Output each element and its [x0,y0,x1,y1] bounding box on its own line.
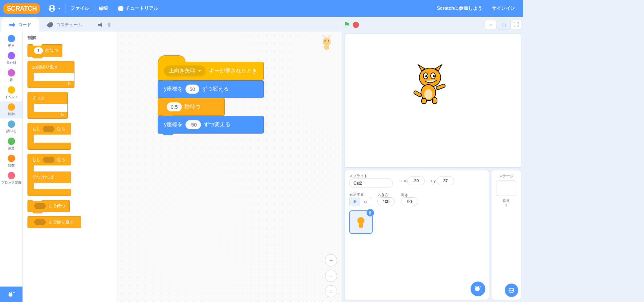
sprite-thumbnail[interactable]: 🗑 [349,210,373,234]
sprite-name-input[interactable] [349,179,393,188]
extension-icon: + [8,291,15,298]
add-sprite-button[interactable]: + [471,282,485,296]
value-input[interactable]: -50 [185,120,201,129]
svg-rect-15 [422,98,426,104]
size-input[interactable] [377,197,395,206]
sprite-on-stage[interactable] [412,64,448,104]
category-演算[interactable]: 演算 [0,136,22,153]
x-input[interactable] [407,177,425,185]
edit-menu[interactable]: 編集 [94,0,113,17]
script-stack[interactable]: 上向き矢印 キーが押されたとき y座標を50ずつ変える 0.5秒待つ y座標を-… [158,62,264,134]
small-stage-button[interactable]: ▫ [485,20,496,30]
sprite-name-label: スプライト [349,174,368,178]
left-pane: 動き見た目音イベント制御調べる演算変数ブロック定義 + 制御 1秒待つ 10回繰… [0,32,342,302]
category-音[interactable]: 音 [0,67,22,84]
tab-costumes[interactable]: コスチューム [39,18,90,32]
delete-sprite-button[interactable]: 🗑 [367,209,374,216]
loop-arrow-icon: ↻ [61,112,64,117]
hex-slot[interactable] [43,126,55,132]
language-menu[interactable] [44,0,65,17]
block-when-key-pressed[interactable]: 上向き矢印 キーが押されたとき [158,62,264,80]
main: 動き見た目音イベント制御調べる演算変数ブロック定義 + 制御 1秒待つ 10回繰… [0,32,523,302]
visibility-toggle: 👁 ⊘ [349,197,371,206]
svg-point-12 [433,75,435,77]
tutorials-button[interactable]: チュートリアル [113,0,163,17]
category-dot [8,52,15,59]
category-dot [8,172,15,179]
hide-button[interactable]: ⊘ [360,197,371,206]
block-forever[interactable]: ずっと↻ [28,92,68,119]
sprite-info: スプライト ↔ x ↕ y 表示する 👁 ⊘ 大きさ 向き [344,170,489,300]
key-dropdown[interactable]: 上向き矢印 [164,65,206,77]
zoom-reset-button[interactable]: ＝ [325,285,337,297]
category-イベント[interactable]: イベント [0,84,22,101]
brush-icon [47,21,54,29]
value-input[interactable]: 0.5 [167,102,182,111]
svg-point-21 [475,287,480,291]
svg-point-4 [323,38,331,46]
chevron-down-icon [198,70,201,72]
block-palette: 制御 1秒待つ 10回繰り返す↻ ずっと↻ もしなら もしならでなければ まで待… [23,32,117,302]
svg-rect-23 [509,288,514,292]
zoom-in-button[interactable]: ＋ [325,254,337,266]
large-stage-button[interactable]: ◻ [498,20,509,30]
category-dot [8,103,15,111]
file-menu[interactable]: ファイル [66,0,94,17]
svg-rect-1 [9,292,10,294]
block-wait[interactable]: 1秒待つ [28,44,62,57]
join-button[interactable]: Scratchに参加しよう [432,0,487,17]
hex-slot[interactable] [43,157,55,163]
green-flag-button[interactable]: ⚑ [343,20,350,29]
sprite-panel: スプライト ↔ x ↕ y 表示する 👁 ⊘ 大きさ 向き [344,170,521,300]
stage-thumbnail[interactable] [496,181,516,196]
stop-button[interactable] [353,22,359,28]
category-変数[interactable]: 変数 [0,153,22,170]
workspace[interactable]: 上向き矢印 キーが押されたとき y座標を50ずつ変える 0.5秒待つ y座標を-… [117,32,342,302]
show-label: 表示する [349,192,364,196]
block-wait-until[interactable]: まで待つ [28,200,70,212]
zoom-out-button[interactable]: － [325,270,337,282]
bulb-icon [118,6,123,11]
category-見た目[interactable]: 見た目 [0,50,22,67]
tab-code[interactable]: コード [1,18,39,32]
category-dot [8,120,15,128]
add-backdrop-button[interactable] [505,284,518,297]
block-change-y[interactable]: y座標を50ずつ変える [158,80,264,98]
block-wait-seconds[interactable]: 0.5秒待つ [158,98,225,116]
category-label: 音 [0,78,22,82]
block-repeat-until[interactable]: まで繰り返す [28,216,81,228]
svg-point-5 [324,40,326,42]
scratch-logo[interactable]: SCRATCH [3,3,40,14]
svg-rect-0 [8,293,12,296]
category-label: 制御 [0,112,22,116]
category-ブロック定義[interactable]: ブロック定義 [0,170,22,187]
block-if-else[interactable]: もしならでなければ [28,154,71,196]
category-動き[interactable]: 動き [0,33,22,50]
block-repeat[interactable]: 10回繰り返す↻ [28,61,74,88]
add-extension-button[interactable]: + [0,287,22,302]
category-調べる[interactable]: 調べる [0,118,22,136]
fullscreen-button[interactable]: ⛶ [511,20,522,30]
stage-title: ステージ [493,173,519,179]
signin-button[interactable]: サインイン [487,0,520,17]
hex-slot[interactable] [34,219,46,225]
category-label: イベント [0,95,22,99]
direction-input[interactable] [401,197,418,206]
show-button[interactable]: 👁 [350,197,360,206]
svg-rect-16 [432,98,437,104]
category-label: 演算 [0,146,22,151]
stage[interactable] [344,34,521,168]
tab-sounds[interactable]: 音 [90,18,119,32]
stage-selector[interactable]: ステージ 背景 1 [491,170,521,300]
wait-value-input[interactable]: 1 [34,47,43,54]
value-input[interactable]: 50 [185,85,199,94]
y-input[interactable] [437,177,454,185]
category-制御[interactable]: 制御 [0,101,22,118]
tab-row: コード コスチューム 音 ⚑ ▫ ◻ ⛶ [0,17,523,32]
block-if[interactable]: もしなら [28,123,71,150]
picture-plus-icon [508,287,515,294]
repeat-value-input[interactable]: 10 [32,65,37,70]
hex-slot[interactable] [34,203,46,209]
sound-icon [98,22,104,27]
block-change-y-2[interactable]: y座標を-50ずつ変える [158,116,264,134]
